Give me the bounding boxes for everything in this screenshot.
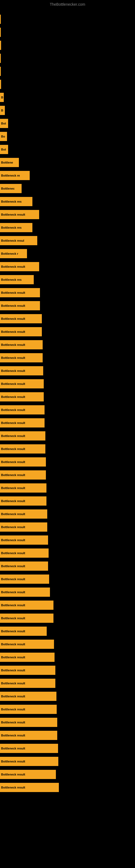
bar-row: B	[0, 105, 135, 116]
bar-label: Bottlenec	[1, 187, 14, 190]
bar-label: Bottleneck res	[1, 226, 21, 229]
bar: Bottleneck result	[0, 340, 43, 349]
bar-label: Bottleneck r	[1, 252, 18, 255]
bar: Bottleneck res	[0, 197, 32, 206]
bar-label: Bottlene	[1, 161, 13, 164]
bar-label: B	[1, 96, 3, 99]
bar: Bot	[0, 119, 8, 128]
bar-row: Bottleneck result	[0, 509, 135, 519]
bar-row: Bottlenec	[0, 183, 135, 194]
bar: Bottleneck result	[0, 288, 40, 297]
bar-label: Bottleneck result	[1, 434, 25, 437]
bar-label: Bottleneck res	[1, 278, 21, 281]
bar-label: Bottleneck result	[1, 695, 25, 698]
bar: Bottleneck result	[0, 600, 53, 610]
bar-row: Bottleneck result	[0, 418, 135, 428]
bar-row: Bottleneck result	[0, 730, 135, 741]
bar-row: Bottleneck result	[0, 717, 135, 727]
bar: B	[0, 93, 4, 102]
bar: Bottleneck result	[0, 640, 54, 649]
site-title: TheBottlenecker.com	[0, 0, 135, 9]
bar-label: Bottleneck result	[1, 499, 25, 503]
bar: Bottleneck result	[0, 549, 49, 558]
bar: Bottleneck result	[0, 731, 57, 740]
bar-row: Bottleneck result	[0, 405, 135, 415]
bar-label: Bottleneck result	[1, 629, 25, 633]
bar-label: Bottleneck result	[1, 578, 25, 581]
bar	[0, 14, 1, 24]
bar: Bottleneck result	[0, 705, 57, 714]
bar-row: Bot	[0, 144, 135, 155]
bar-label: Bottleneck result	[1, 721, 25, 724]
bar-label: Bottleneck result	[1, 513, 25, 516]
bar-row: Bottleneck res	[0, 275, 135, 285]
bar-row: Bottleneck result	[0, 600, 135, 610]
bar	[0, 67, 1, 76]
bar: Bottleneck result	[0, 627, 47, 636]
bar: Bottleneck result	[0, 392, 44, 401]
bar	[0, 41, 1, 50]
bar: Bottleneck result	[0, 561, 48, 571]
bar-label: Bottleneck result	[1, 408, 25, 411]
bar-label: Bottleneck resul	[1, 239, 24, 242]
bar-label: Bottleneck result	[1, 564, 25, 568]
bar-row: Bottleneck r	[0, 248, 135, 259]
bar-row: Bo	[0, 131, 135, 142]
bar-label: Bottleneck result	[1, 760, 25, 763]
bar: Bo	[0, 132, 7, 141]
bar-row: Bottleneck result	[0, 756, 135, 767]
bar: Bottleneck result	[0, 210, 39, 219]
bar-row: Bottleneck result	[0, 444, 135, 454]
bar-label: Bottleneck result	[1, 617, 25, 620]
bar-label: Bottleneck result	[1, 734, 25, 737]
bar-row: Bottleneck result	[0, 366, 135, 376]
bar-row: Bottleneck result	[0, 626, 135, 637]
bar: Bottleneck result	[0, 744, 58, 753]
bar: Bottleneck result	[0, 665, 55, 675]
bar-row: Bottleneck result	[0, 769, 135, 780]
bar: Bottleneck result	[0, 484, 46, 493]
bar-label: Bottleneck result	[1, 291, 25, 294]
bar: Bottleneck result	[0, 301, 40, 310]
bar-row: Bottleneck result	[0, 340, 135, 350]
bar-label: Bo	[1, 135, 5, 138]
bar-row: Bottleneck result	[0, 587, 135, 597]
bar-label: Bottleneck result	[1, 525, 25, 529]
bar-row: B	[0, 92, 135, 102]
bar-row: Bottleneck result	[0, 652, 135, 662]
bar-row: Bottleneck res	[0, 196, 135, 207]
bar-row: Bottleneck result	[0, 483, 135, 493]
bar-row: Bottleneck result	[0, 639, 135, 649]
bar-row: Bottleneck result	[0, 496, 135, 506]
bar-label: Bottleneck result	[1, 786, 25, 789]
bar: Bottleneck result	[0, 366, 43, 375]
bar-label: Bottleneck result	[1, 747, 25, 750]
bar-label: Bottleneck result	[1, 265, 25, 268]
bar: Bottleneck result	[0, 457, 46, 467]
bar-row: Bottleneck result	[0, 431, 135, 441]
bar-label: Bottleneck result	[1, 708, 25, 711]
bar: Bottleneck result	[0, 783, 59, 792]
bar: Bottleneck result	[0, 522, 47, 532]
bar: Bottleneck res	[0, 223, 32, 232]
bars-container: BBBotBoBotBottleneBottleneck reBottlenec…	[0, 9, 135, 795]
bar-row	[0, 40, 135, 51]
bar-row: Bottleneck result	[0, 287, 135, 298]
bar: Bottleneck result	[0, 588, 50, 597]
bar-label: Bottleneck result	[1, 330, 25, 333]
bar-row: Bottleneck result	[0, 574, 135, 584]
bar: Bottleneck result	[0, 353, 43, 362]
bar-label: Bottleneck result	[1, 460, 25, 464]
bar-label: Bottleneck result	[1, 552, 25, 555]
bar-row: Bottleneck result	[0, 782, 135, 793]
bar: B	[0, 106, 5, 115]
bar-label: Bottleneck result	[1, 773, 25, 776]
bar: Bottleneck result	[0, 379, 44, 389]
bar-label: Bottleneck result	[1, 382, 25, 385]
bar-label: Bottleneck result	[1, 486, 25, 490]
bar-row: Bottleneck result	[0, 261, 135, 272]
bar: Bottleneck result	[0, 431, 45, 440]
bar-row: Bottleneck result	[0, 561, 135, 571]
bar-label: Bottleneck result	[1, 421, 25, 425]
bar-row: Bottleneck resul	[0, 236, 135, 246]
